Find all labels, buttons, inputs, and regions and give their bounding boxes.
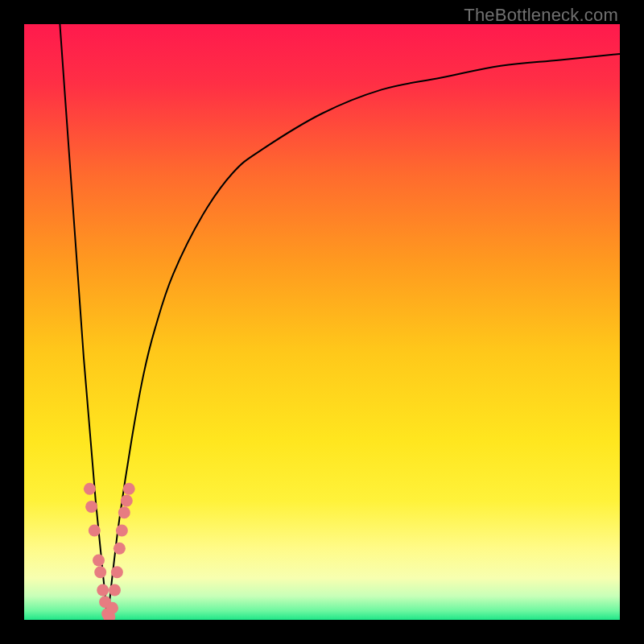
plot-area xyxy=(24,24,620,620)
gradient-background xyxy=(24,24,620,620)
watermark-text: TheBottleneck.com xyxy=(464,5,618,26)
chart-container: TheBottleneck.com xyxy=(0,0,644,644)
svg-rect-0 xyxy=(24,24,620,620)
